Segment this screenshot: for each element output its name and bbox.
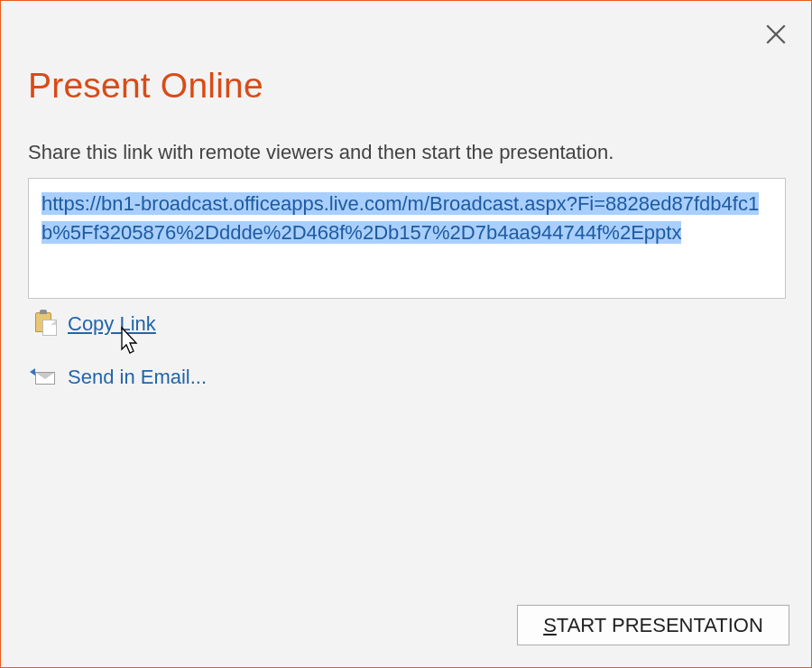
dialog-title: Present Online	[28, 66, 263, 106]
copy-link-label: Copy Link	[68, 312, 156, 336]
share-link-textbox[interactable]: https://bn1-broadcast.officeapps.live.co…	[28, 178, 786, 299]
copy-link-button[interactable]: Copy Link	[35, 312, 156, 336]
close-button[interactable]	[762, 21, 789, 48]
send-email-button[interactable]: Send in Email...	[35, 366, 207, 389]
start-button-rest: TART PRESENTATION	[557, 614, 763, 636]
share-link-value: https://bn1-broadcast.officeapps.live.co…	[42, 192, 759, 244]
close-icon	[764, 23, 788, 46]
start-button-mnemonic: S	[543, 614, 557, 636]
clipboard-icon	[35, 312, 57, 336]
email-icon	[35, 368, 57, 386]
instruction-text: Share this link with remote viewers and …	[28, 141, 614, 164]
start-presentation-button[interactable]: START PRESENTATION	[517, 605, 789, 645]
send-email-label: Send in Email...	[68, 366, 207, 389]
